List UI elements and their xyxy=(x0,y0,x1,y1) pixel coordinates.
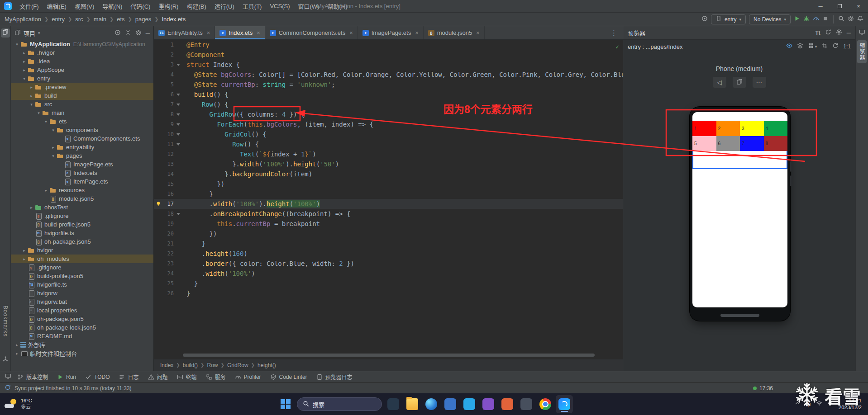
preview-more-button[interactable]: ⋯ xyxy=(753,77,766,88)
code-editor[interactable]: 1@Entry2@Component3struct Index {4 @Stat… xyxy=(154,40,623,359)
tree-item[interactable]: {}build-profile.json5 xyxy=(11,220,153,229)
code-line[interactable]: 3struct Index { xyxy=(154,60,623,70)
gear-icon[interactable] xyxy=(135,29,142,37)
tree-item[interactable]: eIndex.ets xyxy=(11,169,153,177)
code-line[interactable]: 10 GridCol() { xyxy=(154,129,623,139)
debug-button[interactable] xyxy=(803,15,810,24)
tree-chevron-icon[interactable]: ▸ xyxy=(21,68,28,72)
tree-chevron-icon[interactable]: ▸ xyxy=(14,351,20,356)
breadcrumb-item[interactable]: pages xyxy=(135,16,151,23)
tree-item[interactable]: ▸hvigor xyxy=(11,246,153,255)
tree-item[interactable]: ▸entryability xyxy=(11,143,153,151)
editor-breadcrumb-item[interactable]: build() xyxy=(183,362,198,368)
menu-item[interactable]: 代码(C) xyxy=(126,0,154,12)
code-line[interactable]: 5 @State currentBp: string = 'unknown'; xyxy=(154,80,623,90)
toolwindow-button[interactable]: 预览器日志 xyxy=(312,371,357,382)
tree-item[interactable]: MREADME.md xyxy=(11,332,153,340)
menu-item[interactable]: 文件(F) xyxy=(15,0,43,12)
editor-tab[interactable]: TSEntryAbility.ts× xyxy=(154,26,215,39)
code-line[interactable]: 21 } xyxy=(154,239,623,249)
preview-screen[interactable]: 12345678 xyxy=(692,112,787,307)
tree-item[interactable]: ▾MyApplicationE:\HarmonyOS\MyApplication xyxy=(11,40,153,48)
search-icon[interactable] xyxy=(838,15,844,24)
code-line[interactable]: 13 }.width('100%').height('50') xyxy=(154,159,623,169)
font-size-icon[interactable]: Tt xyxy=(815,30,820,36)
editor-tab[interactable]: eCommonComponents.ets× xyxy=(265,26,358,39)
editor-tab[interactable]: eImagePage.ets× xyxy=(358,26,424,39)
tree-chevron-icon[interactable]: ▸ xyxy=(21,51,28,55)
code-line[interactable]: 8 GridRow({ columns: 4 }) { xyxy=(154,109,623,119)
tree-chevron-icon[interactable]: ▸ xyxy=(21,257,28,261)
tree-item[interactable]: ▸.hvigor xyxy=(11,48,153,57)
toolwindow-switcher-icon[interactable] xyxy=(4,373,13,382)
code-line[interactable]: 12 Text(`${index + 1}`) xyxy=(154,149,623,159)
tree-chevron-icon[interactable]: ▾ xyxy=(14,42,20,47)
frame-icon[interactable] xyxy=(821,42,828,51)
taskbar-deveco-studio[interactable] xyxy=(556,395,573,413)
toolwindow-button[interactable]: 日志 xyxy=(114,371,143,382)
tree-item[interactable]: g.gitignore xyxy=(11,212,153,220)
breadcrumb-item[interactable]: MyApplication xyxy=(5,16,41,23)
tree-item[interactable]: {}build-profile.json5 xyxy=(11,272,153,280)
close-icon[interactable]: × xyxy=(849,0,868,12)
tree-chevron-icon[interactable]: ▸ xyxy=(50,145,57,150)
tree-chevron-icon[interactable]: ▾ xyxy=(50,154,57,158)
close-icon[interactable]: × xyxy=(207,29,210,36)
menu-item[interactable]: 视图(V) xyxy=(71,0,98,12)
tree-item[interactable]: eItemPage.ets xyxy=(11,177,153,186)
intention-bulb-icon[interactable] xyxy=(155,201,162,207)
code-line[interactable]: 6 build() { xyxy=(154,90,623,99)
layout-grid-dropdown[interactable]: ▾ xyxy=(808,42,817,51)
horizontal-scrollbar[interactable] xyxy=(183,354,595,357)
tree-item[interactable]: ▸oh_modules xyxy=(11,255,153,263)
editor-tab[interactable]: {}module.json5× xyxy=(424,26,485,39)
editor-breadcrumb-item[interactable]: Index xyxy=(160,362,173,368)
menu-item[interactable]: 重构(R) xyxy=(154,0,182,12)
editor-breadcrumb-item[interactable]: Row xyxy=(207,362,218,368)
fold-icon[interactable] xyxy=(176,143,180,146)
tree-chevron-icon[interactable]: ▸ xyxy=(21,59,28,64)
toolwindow-button[interactable]: Run xyxy=(52,371,81,382)
tree-item[interactable]: ▸临时文件和控制台 xyxy=(11,349,153,358)
toolwindow-button[interactable]: 问题 xyxy=(143,371,172,382)
breadcrumb-item[interactable]: ets xyxy=(117,16,124,23)
tree-chevron-icon[interactable]: ▾ xyxy=(50,128,57,132)
code-line[interactable]: 23 .border({ color: Color.Blue, width: 2… xyxy=(154,259,623,269)
toolwindow-button[interactable]: Profiler xyxy=(230,371,266,382)
taskbar-dev-tool[interactable] xyxy=(518,395,535,413)
fold-icon[interactable] xyxy=(176,104,180,106)
menu-item[interactable]: 构建(B) xyxy=(182,0,210,12)
fold-icon[interactable] xyxy=(176,64,180,66)
attach-target-icon[interactable] xyxy=(701,15,708,24)
project-panel-title[interactable]: 项目 xyxy=(24,29,35,38)
gear-icon[interactable] xyxy=(836,29,842,37)
editor-breadcrumb-item[interactable]: height() xyxy=(258,362,276,368)
taskbar-app-orange[interactable] xyxy=(499,395,516,413)
close-icon[interactable]: × xyxy=(349,29,353,36)
editor-tab[interactable]: eIndex.ets× xyxy=(215,26,265,39)
tree-item[interactable]: >_hvigorw.bat xyxy=(11,297,153,306)
tree-item[interactable]: ▾ets xyxy=(11,117,153,126)
taskbar-chrome-browser[interactable] xyxy=(537,395,554,413)
tree-item[interactable]: eCommonComponents.ets xyxy=(11,134,153,143)
code-line[interactable]: 25 } xyxy=(154,278,623,288)
more-icon[interactable]: ⋮ xyxy=(605,26,623,39)
menu-item[interactable]: 导航(N) xyxy=(98,0,126,12)
fold-icon[interactable] xyxy=(176,133,180,136)
minimize-icon[interactable]: ─ xyxy=(811,0,830,12)
tree-item[interactable]: {}oh-package-lock.json5 xyxy=(11,323,153,332)
tree-item[interactable]: ▸AppScope xyxy=(11,66,153,74)
device-manager-button[interactable] xyxy=(858,28,867,38)
device-selector[interactable]: No Devices ▾ xyxy=(749,14,791,24)
tree-chevron-icon[interactable]: ▾ xyxy=(28,102,35,107)
breadcrumb-item[interactable]: main xyxy=(94,16,106,23)
tree-item[interactable]: ▾pages xyxy=(11,151,153,160)
tree-item[interactable]: ▸.idea xyxy=(11,57,153,66)
code-line[interactable]: 14 }.backgroundColor(item) xyxy=(154,169,623,179)
weather-widget[interactable]: 16°C 多云 xyxy=(5,398,32,410)
code-line[interactable]: 1@Entry xyxy=(154,40,623,50)
stop-button[interactable] xyxy=(822,15,829,24)
tree-chevron-icon[interactable]: ▸ xyxy=(28,205,35,210)
toolwindow-button[interactable]: 服务 xyxy=(201,371,230,382)
hide-panel-icon[interactable]: ─ xyxy=(146,30,150,37)
